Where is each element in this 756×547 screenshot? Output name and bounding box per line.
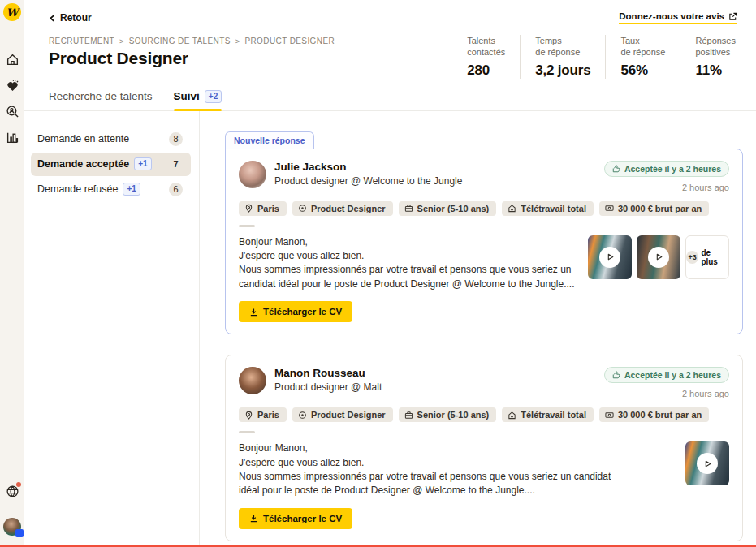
video-thumbnail[interactable] xyxy=(637,235,680,279)
media-strip: +3 de plus xyxy=(588,235,729,292)
stat-reponses-positives: Réponsespositives 11% xyxy=(680,35,737,79)
salary-icon xyxy=(605,411,614,420)
tag-salary: 30 000 € brut par an xyxy=(599,201,709,216)
thumbs-up-icon xyxy=(612,371,620,379)
filter-demande-en-attente[interactable]: Demande en attente 8 xyxy=(31,127,191,151)
candidate-card-julie-jackson: Nouvelle réponse Julie Jackson Product d… xyxy=(225,131,743,335)
user-avatar[interactable] xyxy=(3,518,21,536)
role-icon xyxy=(298,411,307,420)
tag-row: Paris Product Designer Senior (5-10 ans)… xyxy=(239,201,729,216)
remote-home-icon xyxy=(508,411,516,420)
remote-home-icon xyxy=(508,204,516,213)
download-cv-button[interactable]: Télécharger le CV xyxy=(239,508,352,529)
nav-rail: W xyxy=(0,0,24,547)
stat-value: 56% xyxy=(620,62,665,79)
tab-suivi-badge: +2 xyxy=(205,90,222,103)
location-pin-icon xyxy=(244,411,253,420)
thumbs-up-icon xyxy=(612,165,620,173)
tag-salary: 30 000 € brut par an xyxy=(599,407,709,422)
candidate-card-manon-rousseau: Manon Rousseau Product designer @ Malt A… xyxy=(225,355,743,541)
stat-value: 3,2 jours xyxy=(535,62,590,79)
feedback-link[interactable]: Donnez-nous votre avis xyxy=(619,11,737,24)
tag-role: Product Designer xyxy=(292,407,393,422)
tab-recherche-de-talents[interactable]: Recherche de talents xyxy=(49,90,153,110)
language-globe-icon[interactable] xyxy=(5,484,19,498)
tag-seniority: Senior (5-10 ans) xyxy=(399,407,497,422)
breadcrumb-item[interactable]: RECRUTEMENT xyxy=(49,37,114,45)
play-icon xyxy=(697,453,718,474)
location-pin-icon xyxy=(244,204,253,213)
tag-location: Paris xyxy=(239,201,287,216)
nav-rail-bottom xyxy=(3,484,21,547)
tag-role: Product Designer xyxy=(292,201,393,216)
main-area: Retour Donnez-nous votre avis RECRUTEMEN… xyxy=(24,0,756,545)
filter-demande-acceptee[interactable]: Demande acceptée +1 7 xyxy=(31,153,191,176)
more-media-button[interactable]: +3 de plus xyxy=(685,235,729,279)
video-thumbnail[interactable] xyxy=(588,235,632,279)
media-strip xyxy=(685,441,729,498)
filter-panel: Demande en attente 8 Demande acceptée +1… xyxy=(24,111,200,545)
header-left: RECRUTEMENT > SOURCING DE TALENTS > PROD… xyxy=(49,37,335,68)
download-icon xyxy=(249,308,258,317)
time-ago: 2 hours ago xyxy=(604,183,729,192)
tab-suivi[interactable]: Suivi +2 xyxy=(174,90,222,110)
filter-count: 7 xyxy=(169,157,183,171)
play-icon xyxy=(648,247,669,268)
salary-icon xyxy=(605,204,614,213)
candidate-name[interactable]: Julie Jackson xyxy=(274,161,462,173)
stat-temps-reponse: Tempsde réponse 3,2 jours xyxy=(520,35,605,79)
wttj-logo[interactable]: W xyxy=(3,3,21,21)
download-cv-button[interactable]: Télécharger le CV xyxy=(239,301,352,322)
filter-new-badge: +1 xyxy=(134,157,151,170)
stat-taux-reponse: Tauxde réponse 56% xyxy=(605,35,680,79)
time-ago: 2 hours ago xyxy=(604,389,729,398)
stat-value: 11% xyxy=(695,62,736,79)
feedback-label: Donnez-nous votre avis xyxy=(619,11,724,21)
play-icon xyxy=(599,247,620,268)
back-button[interactable]: Retour xyxy=(49,12,92,24)
candidate-subtitle: Product designer @ Malt xyxy=(274,381,382,393)
breadcrumb: RECRUTEMENT > SOURCING DE TALENTS > PROD… xyxy=(49,37,335,45)
back-label: Retour xyxy=(60,12,92,24)
page-header: RECRUTEMENT > SOURCING DE TALENTS > PROD… xyxy=(24,24,756,79)
candidate-avatar[interactable] xyxy=(239,367,266,394)
notification-dot xyxy=(16,482,21,487)
download-icon xyxy=(249,514,258,523)
tag-row: Paris Product Designer Senior (5-10 ans)… xyxy=(239,407,729,422)
candidate-subtitle: Product designer @ Welcome to the Jungle xyxy=(274,175,462,187)
stat-talents-contactes: Talentscontactés 280 xyxy=(452,35,520,79)
tag-remote: Télétravail total xyxy=(502,407,594,422)
breadcrumb-item[interactable]: SOURCING DE TALENTS xyxy=(129,37,231,45)
breadcrumb-item: PRODUCT DESIGNER xyxy=(244,37,335,45)
external-link-icon xyxy=(728,12,737,21)
candidate-avatar[interactable] xyxy=(239,161,266,188)
status-badge-accepted[interactable]: Acceptée il y a 2 heures xyxy=(604,161,729,177)
status-badge-accepted[interactable]: Acceptée il y a 2 heures xyxy=(604,367,729,383)
breadcrumb-separator: > xyxy=(235,37,240,45)
message-preview: Bonjour Manon, J'espère que vous allez b… xyxy=(239,441,612,498)
tag-remote: Télétravail total xyxy=(502,201,594,216)
home-icon[interactable] xyxy=(5,52,19,67)
message-preview: Bonjour Manon, J'espère que vous allez b… xyxy=(239,235,588,292)
talent-search-icon[interactable] xyxy=(5,104,19,118)
tag-location: Paris xyxy=(239,407,287,422)
chevron-left-icon xyxy=(49,15,56,22)
new-response-tab[interactable]: Nouvelle réponse xyxy=(225,131,314,149)
topbar: Retour Donnez-nous votre avis xyxy=(24,0,756,24)
message-truncation-dash xyxy=(239,225,255,227)
tag-seniority: Senior (5-10 ans) xyxy=(399,201,497,216)
briefcase-icon xyxy=(404,411,413,420)
candidate-cards: Nouvelle réponse Julie Jackson Product d… xyxy=(200,111,756,545)
breadcrumb-separator: > xyxy=(119,37,124,45)
favorites-heart-icon[interactable] xyxy=(5,78,19,93)
analytics-chart-icon[interactable] xyxy=(5,130,19,144)
wttj-logo-letter: W xyxy=(6,6,19,19)
content: Demande en attente 8 Demande acceptée +1… xyxy=(24,111,756,545)
filter-new-badge: +1 xyxy=(123,183,140,196)
message-truncation-dash xyxy=(239,431,255,433)
candidate-name[interactable]: Manon Rousseau xyxy=(274,367,382,379)
video-thumbnail[interactable] xyxy=(685,441,729,485)
filter-count: 6 xyxy=(169,183,183,196)
app-window: W Retour Donnez- xyxy=(0,0,756,547)
filter-demande-refusee[interactable]: Demande refusée +1 6 xyxy=(31,178,191,201)
